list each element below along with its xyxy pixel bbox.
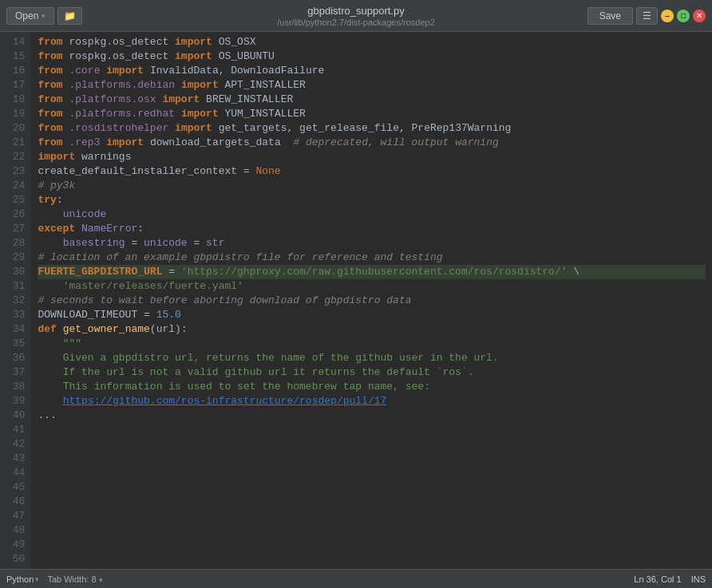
tab-width-selector[interactable]: Tab Width: 8 ▾	[47, 574, 102, 584]
title-bar: Open ▾ 📁 gbpdistro_support.py /usr/lib/p…	[0, 0, 712, 32]
language-label: Python	[6, 574, 34, 584]
open-button[interactable]: Open ▾	[6, 7, 54, 25]
menu-button[interactable]: ☰	[636, 7, 658, 25]
line-numbers: 1415161718192021222324252627282930313233…	[0, 32, 31, 569]
tab-width-label: Tab Width: 8	[47, 574, 96, 584]
tab-width-chevron-icon: ▾	[99, 576, 103, 584]
restore-button[interactable]: □	[677, 10, 690, 22]
code-content[interactable]: from rospkg.os_detect import OS_OSXfrom …	[31, 32, 712, 569]
status-left: Python ▾ Tab Width: 8 ▾	[6, 574, 103, 584]
status-right: Ln 36, Col 1 INS	[634, 574, 706, 584]
language-chevron-icon: ▾	[35, 575, 39, 583]
window-controls: – □ ✕	[661, 10, 706, 22]
file-path: /usr/lib/python2.7/dist-packages/rosdep2	[277, 18, 435, 27]
code-area[interactable]: 1415161718192021222324252627282930313233…	[0, 32, 712, 569]
save-button[interactable]: Save	[587, 7, 633, 25]
language-selector[interactable]: Python ▾	[6, 574, 39, 584]
title-bar-center: gbpdistro_support.py /usr/lib/python2.7/…	[277, 5, 435, 27]
title-bar-left: Open ▾ 📁	[6, 7, 82, 25]
minimize-button[interactable]: –	[661, 10, 674, 22]
folder-icon-button[interactable]: 📁	[57, 7, 82, 25]
open-chevron-icon: ▾	[42, 12, 45, 20]
close-button[interactable]: ✕	[693, 10, 706, 22]
file-name: gbpdistro_support.py	[277, 5, 435, 17]
insert-mode: INS	[691, 574, 706, 584]
open-label: Open	[15, 10, 38, 22]
code-editor: 1415161718192021222324252627282930313233…	[0, 32, 712, 569]
cursor-position: Ln 36, Col 1	[634, 574, 681, 584]
status-bar: Python ▾ Tab Width: 8 ▾ Ln 36, Col 1 INS	[0, 569, 712, 588]
title-bar-right: Save ☰ – □ ✕	[587, 7, 706, 25]
